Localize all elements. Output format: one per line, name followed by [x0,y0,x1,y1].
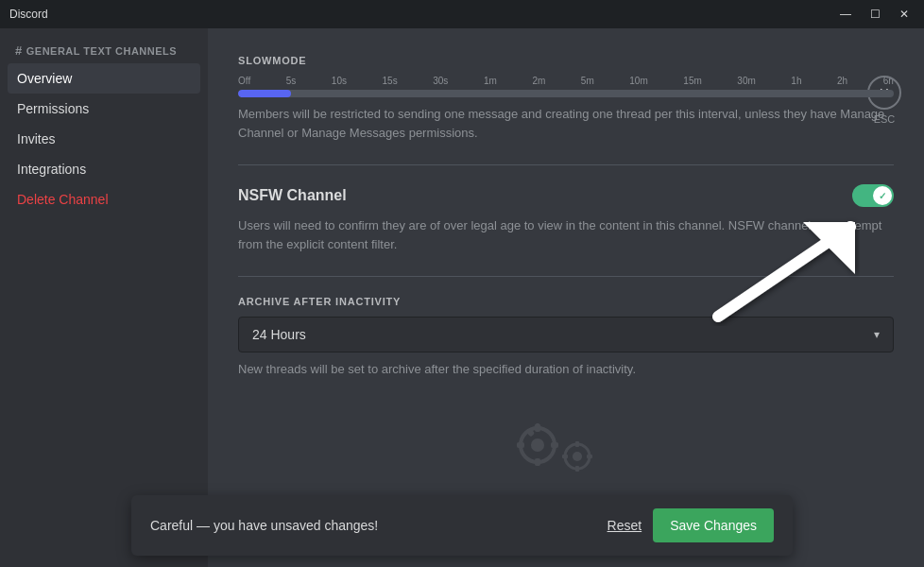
titlebar: Discord — ☐ ✕ [0,0,924,28]
reset-button[interactable]: Reset [607,518,642,533]
save-changes-button[interactable]: Save Changes [653,508,774,542]
svg-rect-5 [535,458,540,466]
nsfw-title: NSFW Channel [238,187,347,204]
sidebar: # GENERAL TEXT CHANNELS Overview Permiss… [0,28,208,567]
slowmode-slider-wrapper [238,90,894,97]
divider-2 [238,276,894,277]
svg-point-11 [573,452,582,461]
toggle-knob: ✓ [873,186,892,205]
nsfw-description: Users will need to confirm they are of o… [238,216,894,253]
content-area: ✕ ESC SLOWMODE Off 5s 10s 15s 30s 1m 2m … [208,28,924,567]
sidebar-item-overview[interactable]: Overview [8,63,200,94]
esc-label: ESC [874,113,896,125]
slowmode-section: SLOWMODE Off 5s 10s 15s 30s 1m 2m 5m 10m… [238,55,894,142]
notification-actions: Reset Save Changes [607,508,774,542]
svg-rect-14 [562,455,568,458]
svg-rect-7 [551,442,558,448]
nsfw-toggle[interactable]: ✓ [852,184,894,207]
gear-illustration [238,398,894,511]
main-container: # GENERAL TEXT CHANNELS Overview Permiss… [0,28,924,567]
minimize-button[interactable]: — [834,7,857,22]
app-title: Discord [9,8,48,21]
svg-rect-12 [575,441,579,447]
svg-rect-15 [587,455,592,458]
hash-icon: # [15,43,23,58]
slider-labels: Off 5s 10s 15s 30s 1m 2m 5m 10m 15m 30m … [238,76,894,86]
nsfw-section: NSFW Channel ✓ Users will need to confir… [238,184,894,253]
divider-1 [238,164,894,165]
sidebar-item-permissions[interactable]: Permissions [8,94,200,124]
svg-rect-13 [575,466,579,472]
archive-description: New threads will be set to archive after… [238,360,894,379]
archive-section: ARCHIVE AFTER INACTIVITY 24 Hours ▾ New … [238,296,894,379]
sidebar-item-invites[interactable]: Invites [8,124,200,154]
sidebar-item-integrations[interactable]: Integrations [8,154,200,184]
sidebar-item-delete-channel[interactable]: Delete Channel [8,184,200,215]
chevron-down-icon: ▾ [874,328,880,341]
notification-text: Careful — you have unsaved changes! [150,518,378,533]
sidebar-section-label: # GENERAL TEXT CHANNELS [8,43,200,58]
archive-dropdown[interactable]: 24 Hours ▾ [238,317,894,352]
svg-rect-6 [517,442,524,448]
slowmode-description: Members will be restricted to sending on… [238,105,894,142]
archive-title: ARCHIVE AFTER INACTIVITY [238,296,894,307]
notification-bar: Careful — you have unsaved changes! Rese… [131,495,793,556]
window-controls: — ☐ ✕ [834,7,915,22]
archive-dropdown-value: 24 Hours [252,327,306,342]
slowmode-title: SLOWMODE [238,55,894,66]
svg-point-3 [531,438,544,452]
maximize-button[interactable]: ☐ [864,7,886,22]
nsfw-row: NSFW Channel ✓ [238,184,894,207]
toggle-check-icon: ✓ [879,191,886,201]
close-button[interactable]: ✕ [894,7,915,22]
